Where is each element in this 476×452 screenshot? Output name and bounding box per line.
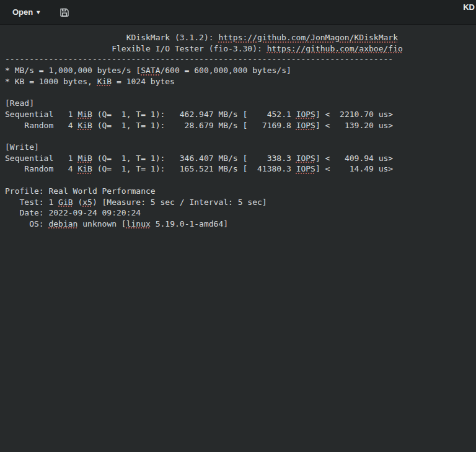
spellcheck-underlined-text: KiB [97,77,112,86]
spellcheck-underlined-text: IOPS [296,110,315,119]
text-segment: Random 4 [5,121,77,130]
spellcheck-underlined-text: SATA [141,66,160,75]
spellcheck-underlined-text: KiB [77,121,92,130]
text-segment: Profile: Real World Performance [5,186,156,196]
chevron-down-icon: ▾ [37,9,40,15]
report-line: Sequential 1 MiB (Q= 1, T= 1): 462.947 M… [5,109,471,120]
report-line: OS: debian unknown [linux 5.19.0-1-amd64… [5,219,471,230]
text-segment: KDiskMark (3.1.2): [5,33,218,42]
report-line [5,87,471,98]
report-line: Flexible I/O Tester (fio-3.30): https://… [5,43,471,54]
text-segment: Date: 2022-09-24 09:20:24 [5,208,141,217]
text-segment: Sequential 1 [5,154,77,163]
spellcheck-underlined-text: MiB [77,110,92,119]
report-text: KDiskMark (3.1.2): https://github.com/Jo… [0,25,476,237]
text-segment: Test: 1 [5,198,58,207]
open-button[interactable]: Open ▾ [9,5,43,19]
save-icon [60,7,69,17]
spellcheck-underlined-text: MiB [77,154,92,163]
text-segment: ] < 409.94 us> [315,154,393,163]
report-line: Random 4 KiB (Q= 1, T= 1): 28.679 MB/s [… [5,120,471,131]
spellcheck-underlined-text: x5 [82,198,92,207]
text-segment: /600 = 600,000,000 bytes/s] [160,66,291,75]
open-button-label: Open [12,7,33,17]
text-segment: [Write] [5,142,39,152]
toolbar: Open ▾ [0,0,476,25]
text-segment: ] < 139.20 us> [315,121,393,130]
spellcheck-underlined-text: GiB [58,198,73,207]
report-line: Profile: Real World Performance [5,186,471,197]
report-line: * MB/s = 1,000,000 bytes/s [SATA/600 = 6… [5,65,471,76]
spellcheck-underlined-text: KiB [77,164,92,173]
report-line: Random 4 KiB (Q= 1, T= 1): 165.521 MB/s … [5,163,471,175]
text-segment: unknown [ [77,219,126,228]
text-segment: (Q= 1, T= 1): 346.407 MB/s [ 338.3 [92,154,296,163]
text-segment: 5.19.0-1-amd64] [151,219,228,228]
save-button[interactable] [58,6,71,19]
report-line: Date: 2022-09-24 09:20:24 [5,207,471,219]
text-segment: Flexible I/O Tester (fio-3.30): [5,44,267,53]
text-segment: [Read] [5,98,34,108]
report-line [5,131,471,142]
report-line: Sequential 1 MiB (Q= 1, T= 1): 346.407 M… [5,153,471,164]
spellcheck-underlined-text: https://github.com/JonMagon/KDiskMark [218,33,398,42]
spellcheck-underlined-text: IOPS [296,164,315,173]
text-segment: * MB/s = 1,000,000 bytes/s [ [5,66,141,75]
report-line [5,175,471,186]
text-segment: OS: [5,219,48,228]
report-line: Test: 1 GiB (x5) [Measure: 5 sec / Inter… [5,197,471,208]
text-segment: ----------------------------------------… [5,54,393,64]
report-line: [Write] [5,142,471,153]
report-line: KDiskMark (3.1.2): https://github.com/Jo… [5,32,471,43]
report-line: * KB = 1000 bytes, KiB = 1024 bytes [5,76,471,87]
report-line: ----------------------------------------… [5,54,471,65]
text-segment: (Q= 1, T= 1): 165.521 MB/s [ 41380.3 [92,164,296,173]
report-line: [Read] [5,98,471,109]
text-segment: ) [Measure: 5 sec / Interval: 5 sec] [92,198,267,207]
text-segment: ] < 2210.70 us> [315,110,393,119]
text-segment: ] < 14.49 us> [315,164,393,173]
spellcheck-underlined-text: https://github.com/axboe/fio [267,44,403,53]
text-segment: = 1024 bytes [112,77,175,86]
spellcheck-underlined-text: IOPS [296,121,315,130]
window-title-fragment: KD [463,2,475,12]
text-segment: * KB = 1000 bytes, [5,77,97,86]
text-segment: (Q= 1, T= 1): 28.679 MB/s [ 7169.8 [92,121,296,130]
spellcheck-underlined-text: linux [126,219,151,228]
text-segment: Sequential 1 [5,110,77,119]
spellcheck-underlined-text: IOPS [296,154,315,163]
text-segment: (Q= 1, T= 1): 462.947 MB/s [ 452.1 [92,110,296,119]
text-segment: ( [73,198,83,207]
text-segment: Random 4 [5,164,77,173]
spellcheck-underlined-text: debian [48,219,77,228]
